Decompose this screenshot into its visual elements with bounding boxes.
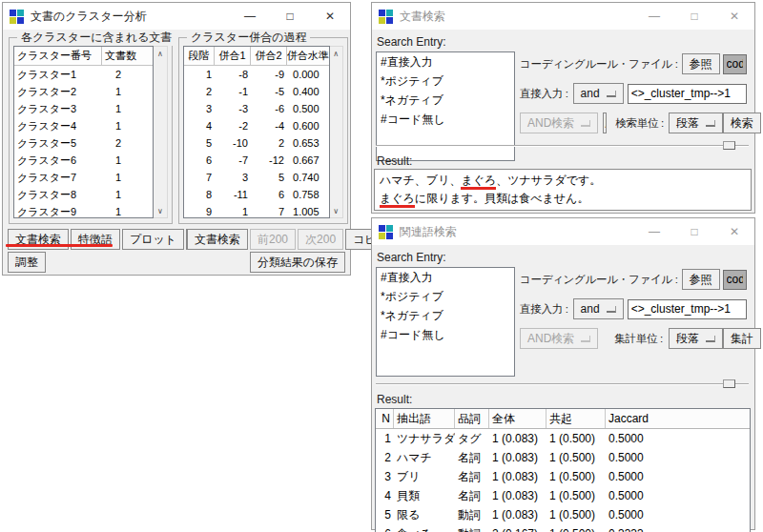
next-200-button[interactable]: 次200: [298, 229, 343, 250]
table-row[interactable]: クラスター4 1: [14, 117, 153, 134]
operator-dropdown[interactable]: and: [573, 298, 624, 319]
column-header[interactable]: 抽出語: [394, 409, 455, 428]
table-row[interactable]: クラスター3 1: [14, 100, 153, 117]
cluster-table-header: クラスター番号 文書数: [14, 47, 153, 66]
and-search-dropdown[interactable]: AND検索: [520, 113, 598, 133]
table-row[interactable]: 8 -11 6 0.758: [184, 186, 329, 203]
column-header[interactable]: 併合1: [215, 47, 251, 65]
table-row[interactable]: 1 -8 -9 0.000: [184, 66, 329, 83]
browse-button[interactable]: 参照: [682, 269, 720, 290]
maximize-icon[interactable]: □: [674, 3, 714, 30]
scroll-up-icon[interactable]: ∧: [330, 47, 342, 60]
result-line: まぐろに限ります。貝類は食べません。: [380, 190, 746, 208]
annotated-word: まぐろ: [380, 192, 415, 208]
close-icon[interactable]: ✕: [310, 3, 350, 30]
tally-button[interactable]: 集計: [723, 328, 761, 349]
save-results-button[interactable]: 分類結果の保存: [250, 252, 345, 273]
merge-table-header: 段階 併合1 併合2 併合水準: [184, 47, 329, 66]
table-row[interactable]: クラスター7 1: [14, 169, 153, 186]
close-icon[interactable]: ✕: [714, 3, 754, 30]
code-list-item[interactable]: *ネガティブ: [377, 306, 514, 325]
code-list-item[interactable]: #コード無し: [377, 325, 514, 344]
column-header[interactable]: 段階: [184, 47, 215, 65]
group-cluster-documents: 各クラスターに含まれる文書 クラスター番号 文書数 クラスター1: [9, 37, 173, 224]
scroll-down-icon[interactable]: ∨: [154, 204, 167, 217]
and-search-dropdown[interactable]: AND検索: [520, 328, 598, 349]
table-row[interactable]: 6 食べる 動詞 2 (0.167) 1 (0.500) 0.3333: [376, 524, 750, 532]
code-list-item[interactable]: #直接入力: [377, 52, 514, 72]
table-row[interactable]: 5 -10 2 0.653: [184, 134, 329, 152]
maximize-icon[interactable]: □: [674, 218, 714, 245]
table-row[interactable]: 6 -7 -12 0.667: [184, 152, 329, 169]
app-icon: [379, 225, 393, 239]
column-header[interactable]: N: [376, 409, 394, 428]
code-list-item[interactable]: *ポジティブ: [377, 287, 514, 306]
window-title: 関連語検索: [400, 224, 457, 240]
merge-table-body: 1 -8 -9 0.000 2 -1 -5 0.4: [184, 66, 329, 218]
table-row[interactable]: 3 ブリ 名詞 1 (0.083) 1 (0.500) 0.5000: [376, 467, 750, 486]
table-row[interactable]: 5 限る 動詞 1 (0.083) 1 (0.500) 0.5000: [376, 505, 750, 524]
search-button[interactable]: 検索: [723, 113, 761, 133]
table-row[interactable]: クラスター9 1: [14, 203, 153, 218]
cluster-table-body: クラスター1 2 クラスター2 1 クラスター3: [14, 66, 153, 218]
table-row[interactable]: 4 -2 -4 0.600: [184, 117, 329, 134]
column-header[interactable]: 併合水準: [287, 47, 329, 65]
sash-handle-icon[interactable]: [723, 379, 735, 388]
table-row[interactable]: 2 -1 -5 0.400: [184, 83, 329, 100]
app-icon: [379, 10, 393, 24]
code-list-item[interactable]: *ポジティブ: [377, 72, 514, 91]
vertical-scrollbar[interactable]: ∧ ∨: [330, 46, 343, 218]
coding-file-field[interactable]: [723, 54, 747, 74]
column-header[interactable]: 共起: [546, 409, 606, 428]
group-legend: クラスター併合の過程: [187, 30, 310, 46]
prev-200-button[interactable]: 前200: [250, 229, 296, 250]
minimize-icon[interactable]: —: [634, 3, 674, 30]
coding-file-field[interactable]: [723, 270, 747, 290]
table-row[interactable]: 7 3 5 0.740: [184, 169, 329, 186]
adjust-button[interactable]: 調整: [8, 252, 46, 273]
close-icon[interactable]: ✕: [714, 218, 754, 245]
scroll-down-icon[interactable]: ∨: [330, 204, 342, 217]
minimize-icon[interactable]: —: [634, 218, 674, 245]
search-unit-dropdown[interactable]: 段落: [669, 113, 723, 133]
table-row[interactable]: クラスター2 1: [14, 83, 153, 100]
code-list-item[interactable]: #コード無し: [377, 110, 514, 129]
code-list-item[interactable]: *ネガティブ: [377, 91, 514, 110]
table-row[interactable]: クラスター1 2: [14, 66, 153, 83]
table-row[interactable]: 2 ハマチ 名詞 1 (0.083) 1 (0.500) 0.5000: [376, 448, 750, 467]
column-header[interactable]: 文書数: [102, 47, 153, 65]
titlebar[interactable]: 文書検索 — □ ✕: [372, 3, 754, 30]
operator-dropdown[interactable]: and: [573, 83, 624, 104]
column-header[interactable]: 品詞: [455, 409, 489, 428]
browse-button[interactable]: 参照: [682, 53, 720, 74]
table-row[interactable]: 1 ツナサラダ タグ 1 (0.083) 1 (0.500) 0.5000: [376, 429, 750, 448]
minimize-icon[interactable]: —: [230, 3, 270, 30]
query-input[interactable]: [628, 299, 747, 319]
query-input[interactable]: [628, 84, 747, 104]
search-result-text[interactable]: ハマチ、ブリ、まぐろ、ツナサラダです。 まぐろに限ります。貝類は食べません。: [374, 169, 752, 211]
titlebar[interactable]: 文書のクラスター分析 — □ ✕: [3, 3, 350, 30]
table-row[interactable]: クラスター8 1: [14, 186, 153, 203]
vertical-scrollbar[interactable]: ∧ ∨: [154, 46, 168, 218]
column-header[interactable]: Jaccard: [606, 409, 750, 428]
table-row[interactable]: 9 1 7 1.005: [184, 203, 329, 218]
titlebar[interactable]: 関連語検索 — □ ✕: [372, 218, 754, 245]
cluster-action-button[interactable]: プロット: [122, 229, 184, 250]
table-row[interactable]: クラスター6 1: [14, 152, 153, 169]
table-row[interactable]: クラスター5 2: [14, 134, 153, 152]
column-header[interactable]: クラスター番号: [14, 47, 102, 65]
table-row[interactable]: 4 貝類 名詞 1 (0.083) 1 (0.500) 0.5000: [376, 486, 750, 505]
pane-sash: [376, 383, 749, 385]
table-row[interactable]: 3 -3 -6 0.500: [184, 100, 329, 117]
coding-rule-label: コーディングルール・ファイル :: [520, 273, 678, 287]
tally-unit-dropdown[interactable]: 段落: [669, 328, 723, 349]
scroll-up-icon[interactable]: ∧: [154, 47, 167, 60]
column-header[interactable]: 全体: [489, 409, 546, 428]
doc-search-button[interactable]: 文書検索: [187, 229, 248, 250]
sash-handle-icon[interactable]: [723, 141, 735, 150]
code-list-item[interactable]: #直接入力: [377, 268, 514, 287]
maximize-icon[interactable]: □: [270, 3, 310, 30]
column-header[interactable]: 併合2: [251, 47, 287, 65]
order-button[interactable]: 順: [603, 113, 607, 133]
window-doc-search: 文書検索 — □ ✕ Search Entry: #直接入力 *ポジティブ *ネ…: [371, 2, 755, 214]
